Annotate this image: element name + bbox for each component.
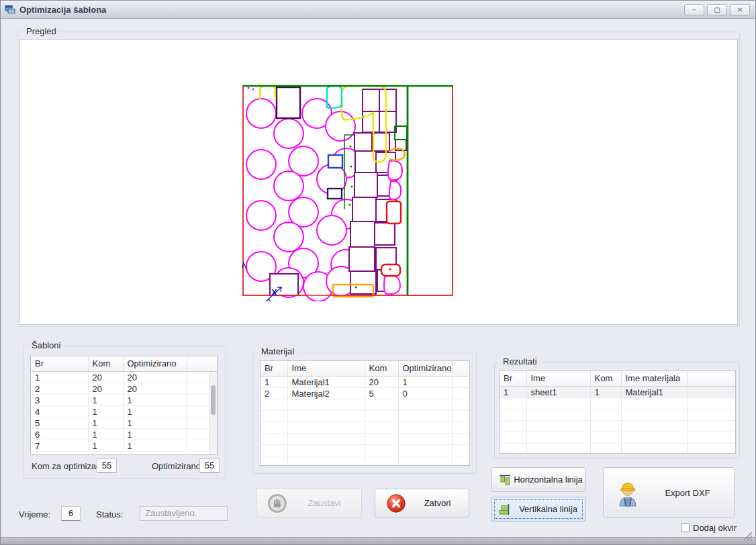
table-row-empty[interactable] xyxy=(261,399,469,411)
vrijeme-field[interactable]: 6 xyxy=(61,506,81,521)
table-cell: 1 xyxy=(123,417,187,429)
table-row[interactable]: 511 xyxy=(31,417,217,429)
app-window: Optimizacija šablona – ▢ ✕ Pregled xyxy=(0,0,756,545)
table-cell xyxy=(526,409,590,421)
optimizirano-field[interactable]: 55 xyxy=(199,458,220,473)
column-header[interactable] xyxy=(187,356,217,372)
table-row-empty[interactable] xyxy=(500,421,735,432)
table-cell xyxy=(398,434,452,445)
rezultati-groupbox: Rezultati BrImeKomIme materijala1sheet11… xyxy=(494,362,740,458)
column-header[interactable]: Kom xyxy=(365,361,398,377)
resize-grip-icon[interactable] xyxy=(743,531,753,542)
column-header[interactable]: Optimizirano xyxy=(123,356,187,372)
table-row-empty[interactable] xyxy=(500,432,735,444)
table-cell xyxy=(526,444,590,454)
table-cell xyxy=(687,432,735,444)
table-cell xyxy=(261,411,287,422)
close-button[interactable]: ✕ xyxy=(730,4,750,15)
materijal-groupbox: Materijal BrImeKomOptimizirano1Materijal… xyxy=(252,352,477,474)
column-header[interactable]: Br xyxy=(31,356,88,372)
table-cell xyxy=(452,434,469,445)
table-cell xyxy=(526,398,590,409)
zaustavi-button[interactable]: Zaustavi xyxy=(256,489,362,517)
horizontalna-linija-button[interactable]: Horizontalna linija xyxy=(491,467,585,492)
table-cell xyxy=(687,398,735,409)
column-header[interactable]: Br xyxy=(261,361,287,377)
minimize-button[interactable]: – xyxy=(684,4,704,15)
column-header[interactable] xyxy=(452,361,469,377)
table-cell xyxy=(261,434,287,445)
column-header[interactable]: Kom xyxy=(88,356,123,372)
vertikalna-linija-button[interactable]: Vertikalna linija xyxy=(491,497,585,522)
table-row-empty[interactable] xyxy=(261,445,469,456)
table-row-empty[interactable] xyxy=(261,411,469,422)
table-row[interactable]: 311 xyxy=(31,395,217,406)
table-row-empty[interactable] xyxy=(261,456,469,466)
column-header[interactable]: Ime xyxy=(287,361,365,377)
table-cell xyxy=(526,421,590,432)
table-cell: 1 xyxy=(123,429,187,440)
table-row[interactable]: 2Materijal250 xyxy=(261,388,469,399)
export-dxf-button[interactable]: Export DXF xyxy=(603,467,735,518)
column-header[interactable]: Optimizirano xyxy=(398,361,452,377)
table-row-empty[interactable] xyxy=(500,398,735,409)
table-cell xyxy=(287,445,365,456)
zatvori-button[interactable]: Zatvori xyxy=(375,489,469,517)
materijal-table-wrap: BrImeKomOptimizirano1Materijal12012Mater… xyxy=(260,360,470,466)
table-cell xyxy=(287,422,365,434)
sabloni-scrollbar[interactable] xyxy=(209,372,217,454)
table-cell: 20 xyxy=(365,377,398,388)
table-cell: 4 xyxy=(31,406,88,417)
table-cell xyxy=(452,377,469,388)
table-cell: 1 xyxy=(88,406,123,417)
table-cell: 20 xyxy=(88,372,123,383)
preview-canvas: Y X xyxy=(19,39,738,325)
table-row[interactable]: 611 xyxy=(31,429,217,440)
zatvori-label: Zatvori xyxy=(406,498,469,508)
table-row-empty[interactable] xyxy=(261,422,469,434)
table-row-empty[interactable] xyxy=(261,434,469,445)
export-dxf-label: Export DXF xyxy=(641,488,734,498)
column-header[interactable] xyxy=(687,371,735,387)
table-cell xyxy=(365,456,398,466)
sabloni-table: BrKomOptimizirano12020220203114115116117… xyxy=(31,356,217,452)
table-row[interactable]: 711 xyxy=(31,440,217,452)
column-header[interactable]: Ime xyxy=(526,371,590,387)
vertikalna-label: Vertikalna linija xyxy=(512,504,585,514)
table-cell xyxy=(261,445,287,456)
table-cell xyxy=(621,444,687,454)
table-cell: sheet1 xyxy=(526,387,590,398)
table-cell xyxy=(500,409,526,421)
table-cell: 6 xyxy=(31,429,88,440)
scrollbar-thumb[interactable] xyxy=(211,385,216,415)
column-header[interactable]: Ime materijala xyxy=(621,371,687,387)
table-cell xyxy=(452,445,469,456)
table-row[interactable]: 12020 xyxy=(31,372,217,383)
table-cell: 1 xyxy=(88,417,123,429)
table-cell xyxy=(261,422,287,434)
table-cell xyxy=(687,387,735,398)
table-cell: 20 xyxy=(123,372,187,383)
table-cell xyxy=(687,409,735,421)
table-cell: 3 xyxy=(31,395,88,406)
window-title: Optimizacija šablona xyxy=(19,5,106,15)
dodaj-okvir-checkbox[interactable] xyxy=(681,524,690,532)
table-row-empty[interactable] xyxy=(500,444,735,454)
stop-hand-icon xyxy=(267,493,287,513)
table-row[interactable]: 1sheet11Materijal1 xyxy=(500,387,735,398)
table-cell: 1 xyxy=(88,429,123,440)
sabloni-label: Šabloni xyxy=(29,340,63,350)
table-cell: 1 xyxy=(88,395,123,406)
table-row[interactable]: 22020 xyxy=(31,383,217,395)
table-cell: 1 xyxy=(398,377,452,388)
column-header[interactable]: Br xyxy=(500,371,526,387)
table-cell xyxy=(590,444,621,454)
maximize-button[interactable]: ▢ xyxy=(707,4,727,15)
kom-za-optimizaciju-field[interactable]: 55 xyxy=(97,458,117,473)
status-field[interactable]: Zaustavljeno. xyxy=(140,506,228,521)
dodaj-okvir-row: Dodaj okvir xyxy=(681,523,737,533)
table-row[interactable]: 411 xyxy=(31,406,217,417)
column-header[interactable]: Kom xyxy=(590,371,621,387)
table-row[interactable]: 1Materijal1201 xyxy=(261,377,469,388)
table-row-empty[interactable] xyxy=(500,409,735,421)
